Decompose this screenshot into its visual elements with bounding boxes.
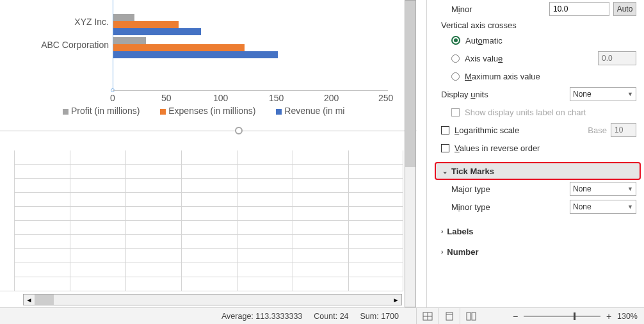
vertical-scrollbar[interactable] [405,0,416,307]
zoom-out-button[interactable]: − [511,311,520,321]
labels-section-header[interactable]: › Labels [441,222,636,240]
chart-bar-profit-xyz[interactable] [113,14,134,21]
number-section-header[interactable]: › Number [441,243,636,261]
radio-icon[interactable] [451,36,460,45]
chart-bar-revenue-abc[interactable] [113,51,278,58]
major-tick-type-select[interactable]: None ▼ [570,182,636,196]
grid-cell[interactable] [237,263,293,277]
grid-cell[interactable] [70,263,126,277]
grid-cell[interactable] [237,150,293,165]
grid-cell[interactable] [70,249,126,263]
grid-cell[interactable] [237,235,293,249]
grid-cell[interactable] [237,221,293,235]
chart-legend[interactable]: Profit (in millions) Expenses (in millio… [63,106,362,116]
grid-cell[interactable] [182,221,237,235]
grid-cell[interactable] [15,263,70,277]
grid-cell[interactable] [70,179,126,193]
normal-view-button[interactable] [416,308,438,325]
grid-cell[interactable] [293,207,349,221]
grid-cell[interactable] [349,150,403,165]
grid-cell[interactable] [293,165,349,179]
radio-icon[interactable] [451,54,460,63]
grid-cell[interactable] [126,207,182,221]
grid-cell[interactable] [293,150,349,165]
grid-cell[interactable] [237,165,293,179]
zoom-level-label[interactable]: 130% [617,312,638,321]
checkbox-icon[interactable] [441,126,449,134]
vac-maximum-row[interactable]: Maximum axis value [441,67,636,85]
grid-cell[interactable] [15,207,70,221]
grid-cell[interactable] [349,193,403,207]
worksheet-grid[interactable]: // grid drawn after data load below [0,150,417,291]
grid-cell[interactable] [349,235,403,249]
grid-cell[interactable] [349,263,403,277]
grid-cell[interactable] [15,193,70,207]
grid-cell[interactable] [126,193,182,207]
grid-cell[interactable] [126,235,182,249]
vac-automatic-row[interactable]: Automatic [441,31,636,49]
grid-cell[interactable] [237,249,293,263]
chart-bar-expenses-abc[interactable] [113,44,245,51]
grid-cell[interactable] [349,179,403,193]
grid-cell[interactable] [182,277,237,291]
grid-cell[interactable] [126,150,182,165]
grid-cell[interactable] [182,150,237,165]
grid-cell[interactable] [182,263,237,277]
grid-cell[interactable] [15,150,70,165]
scroll-right-icon[interactable]: ► [390,295,401,305]
vertical-scrollbar-thumb[interactable] [405,1,415,167]
zoom-slider[interactable] [524,316,600,317]
grid-cell[interactable] [70,165,126,179]
grid-cell[interactable] [293,235,349,249]
minor-tick-type-select[interactable]: None ▼ [570,200,636,214]
chart-x-axis[interactable] [113,90,388,91]
legend-item-revenue[interactable]: Revenue (in mi [276,106,344,116]
grid-cell[interactable] [182,165,237,179]
axis-minor-unit-input[interactable] [549,2,609,16]
grid-cell[interactable] [293,249,349,263]
grid-cell[interactable] [126,249,182,263]
grid-cell[interactable] [15,165,70,179]
grid-cell[interactable] [15,179,70,193]
grid-cell[interactable] [182,207,237,221]
chart-bar-profit-abc[interactable] [113,37,146,44]
reverse-order-row[interactable]: Values in reverse order [441,139,636,157]
page-break-view-button[interactable] [460,308,481,325]
chart-bar-revenue-xyz[interactable] [113,28,201,35]
grid-cell[interactable] [349,277,403,291]
checkbox-icon[interactable] [441,144,449,152]
grid-cell[interactable] [349,165,403,179]
grid-cell[interactable] [15,221,70,235]
zoom-in-button[interactable]: + [604,311,613,321]
grid-cell[interactable] [70,235,126,249]
grid-cell[interactable] [126,277,182,291]
grid-cell[interactable] [349,207,403,221]
grid-cell[interactable] [237,193,293,207]
display-units-select[interactable]: None ▼ [570,87,636,101]
grid-cell[interactable] [293,221,349,235]
grid-cell[interactable] [182,249,237,263]
grid-cell[interactable] [15,249,70,263]
legend-item-profit[interactable]: Profit (in millions) [63,106,140,116]
axis-minor-unit-auto-button[interactable]: Auto [613,2,636,16]
horizontal-scrollbar-thumb[interactable] [35,295,54,305]
horizontal-scrollbar-track[interactable] [35,295,390,305]
embedded-chart[interactable]: ABC Corporation XYZ Inc. 0 50 100 150 20… [0,0,417,147]
scroll-left-icon[interactable]: ◄ [24,295,35,305]
grid-cell[interactable] [293,263,349,277]
tick-marks-section-header[interactable]: ⌄ Tick Marks [435,162,641,180]
grid-cell[interactable] [70,277,126,291]
legend-item-expenses[interactable]: Expenses (in millions) [160,106,255,116]
grid-cell[interactable] [15,277,70,291]
grid-cell[interactable] [15,235,70,249]
chart-resize-handle[interactable] [235,127,243,134]
grid-cell[interactable] [126,221,182,235]
grid-cell[interactable] [237,277,293,291]
page-layout-view-button[interactable] [438,308,460,325]
grid-cell[interactable] [70,221,126,235]
grid-cell[interactable] [182,235,237,249]
grid-cell[interactable] [70,207,126,221]
zoom-slider-thumb[interactable] [574,312,576,320]
grid-cell[interactable] [126,263,182,277]
grid-cell[interactable] [126,165,182,179]
